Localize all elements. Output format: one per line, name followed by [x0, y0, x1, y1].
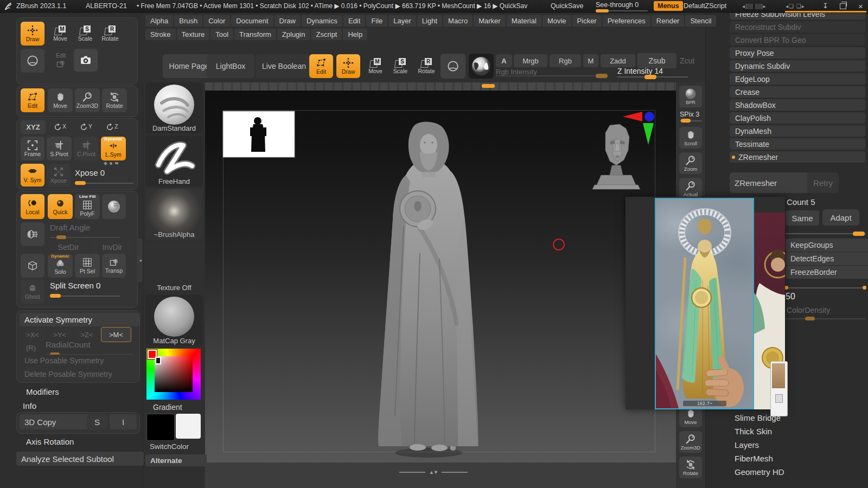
draw-mode-button[interactable]: Draw	[336, 54, 360, 78]
delete-posable-symmetry-button[interactable]: Delete Posable Symmetry	[20, 368, 139, 380]
sym-z-toggle[interactable]: >Z<	[75, 329, 99, 341]
perspective-button[interactable]	[21, 222, 44, 246]
geometry-button[interactable]: Crease	[730, 86, 865, 98]
canvas-zoom3d-button[interactable]: Zoom3D	[679, 431, 702, 453]
radial-count-label[interactable]: RadialCount	[46, 340, 91, 349]
ghost-button[interactable]: Ghost	[21, 280, 44, 304]
canvas-bottom-scroll[interactable]: ▲▼	[399, 468, 475, 476]
menu-item[interactable]: Edit	[343, 15, 365, 27]
see-through-slider-label[interactable]: See-through 0	[596, 1, 639, 9]
quicksave-button[interactable]: QuickSave	[551, 2, 583, 10]
subpalette-header[interactable]: FiberMesh	[732, 453, 863, 464]
reference-thumb-2-icon[interactable]	[775, 394, 783, 403]
analyze-subtool-button[interactable]: Analyze Selected Subtool	[16, 452, 144, 466]
i-button[interactable]: I	[110, 414, 137, 429]
sidebar-stroke-button[interactable]	[21, 49, 44, 73]
stroke-picker-tile[interactable]: FreeHand	[145, 136, 203, 187]
menu-item[interactable]: Dynamics	[302, 15, 342, 27]
alternate-button[interactable]: Alternate	[145, 454, 207, 466]
move-mode-button[interactable]: MMove	[363, 54, 387, 78]
view-symmetry-button[interactable]: V. Sym	[21, 164, 44, 187]
xpose-button[interactable]: Xpose	[47, 164, 71, 187]
nav-zoom3d-button[interactable]: Zoom3D	[75, 88, 100, 112]
geometry-button[interactable]: Reconstruct Subdiv	[730, 21, 865, 33]
keep-groups-button[interactable]: KeepGroups	[786, 239, 868, 252]
activate-symmetry-button[interactable]: Activate Symmetry	[20, 313, 139, 326]
scroll-arrows-icon[interactable]: ▲▼	[429, 470, 438, 475]
sidebar-move-button[interactable]: MMove	[49, 22, 72, 46]
menu-item[interactable]: Document	[231, 15, 273, 27]
floor-grid-button[interactable]	[21, 254, 44, 278]
nav-move-button[interactable]: Move	[48, 88, 73, 112]
local-button[interactable]: Local	[21, 194, 44, 219]
axis-rotation-header[interactable]: Axis Rotation	[26, 437, 74, 446]
menu-item[interactable]: Macro	[443, 15, 473, 27]
sidebar-edit-button[interactable]: Edit	[21, 88, 44, 112]
menu-item[interactable]: Layer	[388, 15, 416, 27]
geometry-button[interactable]: Dynamic Subdiv	[730, 60, 865, 72]
subpalette-header[interactable]: Slime Bridge	[732, 412, 863, 423]
polygons-count-label[interactable]: Count 5	[787, 197, 815, 207]
sym-y-toggle[interactable]: >Y<	[48, 329, 72, 341]
main-color-swatch[interactable]	[146, 414, 175, 441]
setdir-button[interactable]: SetDir	[49, 241, 88, 254]
solo-button[interactable]: Dynamic Solo	[48, 254, 73, 278]
restore-icon[interactable]	[840, 3, 846, 9]
subpalette-header[interactable]: Thick Skin	[732, 426, 863, 437]
set-pivot-button[interactable]: S.Pivot	[47, 137, 72, 160]
menu-item[interactable]: Stroke	[145, 29, 176, 40]
document-nav-icon[interactable]: ◂❏ ❏▸	[786, 3, 805, 9]
use-posable-symmetry-button[interactable]: Use Posable Symmetry	[20, 355, 139, 367]
geometry-button[interactable]: ClayPolish	[730, 112, 865, 124]
tray-collapse-handle[interactable]: ◂	[138, 239, 143, 282]
clear-pivot-button[interactable]: C.Pivot	[74, 137, 99, 160]
copy-3d-button[interactable]: 3D Copy	[20, 414, 90, 429]
xyz-rotation-button[interactable]: XYZ	[21, 120, 46, 134]
menu-item[interactable]: Tool	[210, 29, 233, 40]
menu-item[interactable]: Texture	[177, 29, 210, 40]
alpha-picker-tile[interactable]: ~BrushAlpha	[145, 189, 203, 240]
actual-button[interactable]: Actual	[679, 178, 702, 200]
reference-thumb-1[interactable]	[772, 363, 785, 388]
secondary-color-swatch[interactable]	[176, 414, 201, 439]
menus-button[interactable]: Menus	[654, 1, 683, 11]
switch-color-button[interactable]: SwitchColor	[150, 442, 189, 451]
sidebar-draw-button[interactable]: Draw	[21, 22, 44, 46]
undo-history-icon[interactable]: ◂|||| ||||▸	[742, 3, 767, 9]
zadd-toggle[interactable]: Zadd	[601, 54, 635, 67]
menu-item[interactable]: Color	[203, 15, 230, 27]
menu-item[interactable]: Transform	[234, 29, 276, 40]
rotate-y-button[interactable]: Y	[76, 120, 95, 134]
reference-photo-main[interactable]: 162.7~	[655, 198, 754, 409]
mrgb-toggle[interactable]: Mrgb	[514, 54, 547, 67]
modifiers-header[interactable]: Modifiers	[26, 387, 59, 396]
freeze-border-button[interactable]: FreezeBorder	[786, 266, 868, 279]
scale-mode-button[interactable]: SScale	[388, 54, 412, 78]
menu-item[interactable]: Zscript	[311, 29, 342, 40]
mini-toggle-icons[interactable]	[104, 162, 118, 165]
canvas-ruler-strip[interactable]	[205, 82, 676, 91]
canvas-rotate-button[interactable]: Rotate	[679, 457, 702, 478]
menu-item[interactable]: Picker	[572, 15, 602, 27]
menu-item[interactable]: Preferences	[603, 15, 650, 27]
smooth-value-label[interactable]: 50	[786, 292, 795, 301]
menu-item[interactable]: Render	[652, 15, 685, 27]
m-toggle[interactable]: M	[583, 54, 598, 67]
brush-picker-tile[interactable]: DamStandard	[145, 82, 203, 133]
sym-x-toggle[interactable]: >X<	[21, 329, 44, 341]
menu-item[interactable]: Material	[507, 15, 541, 27]
color-density-label[interactable]: ColorDensity	[787, 306, 830, 314]
transparency-button[interactable]: Transp	[102, 254, 126, 278]
sidebar-scale-button[interactable]: SScale	[74, 22, 97, 46]
lightbox-button[interactable]: LightBox	[207, 54, 254, 78]
draft-angle-label[interactable]: Draft Angle	[50, 223, 90, 232]
menu-item[interactable]: Stencil	[685, 15, 716, 27]
close-icon[interactable]: ×	[858, 2, 863, 11]
bpr-button[interactable]: BPR	[679, 86, 702, 107]
reference-thumbnail-strip[interactable]	[770, 361, 788, 416]
gradient-label[interactable]: Gradient	[153, 403, 182, 412]
menu-item[interactable]: Zplugin	[277, 29, 310, 40]
texture-picker-tile[interactable]: Texture Off	[145, 242, 203, 293]
stroke-type-button[interactable]	[441, 54, 465, 79]
material-picker-tile[interactable]: MatCap Gray	[145, 295, 203, 346]
